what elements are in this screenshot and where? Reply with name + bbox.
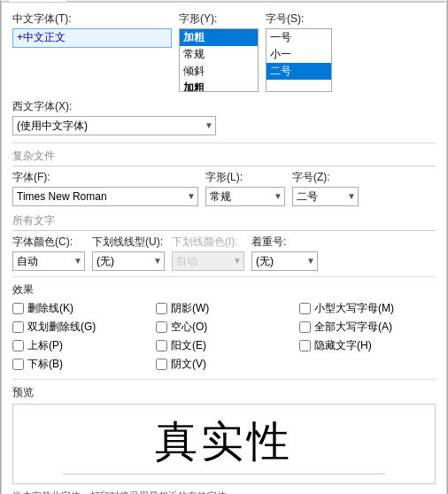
- preview-section: 预览 真实性 尚未安装此字体，打印时将采用最相近的有效字体。: [12, 385, 436, 495]
- en-font-field-group: 西文字体(X): (使用中文字体) ▼: [12, 99, 216, 135]
- complex-style-field-group: 字形(L): 常规 ▼: [205, 170, 285, 206]
- effect-engrave-checkbox[interactable]: [156, 359, 167, 370]
- cn-size-item-1[interactable]: 小一: [266, 46, 331, 63]
- tab-spacing[interactable]: 字符间距(R): [69, 0, 150, 1]
- cn-style-label: 字形(Y):: [179, 12, 259, 27]
- complex-size-select[interactable]: 二号: [292, 187, 359, 206]
- underline-color-field-group: 下划线颜色(I): 自动 ▼: [172, 235, 244, 271]
- cn-font-input[interactable]: [12, 28, 172, 48]
- effect-all-caps-label: 全部大写字母(A): [314, 320, 392, 335]
- effect-outline-label: 空心(O): [171, 320, 207, 335]
- complex-font-field-group: 字体(F): Times New Roman ▼: [12, 170, 198, 206]
- effect-outline-checkbox[interactable]: [156, 321, 167, 333]
- complex-label: 复杂文件: [12, 149, 436, 166]
- effect-strikethrough: 删除线(K): [12, 301, 149, 316]
- effects-grid: 删除线(K) 阴影(W) 小型大写字母(M) 双划删除线(G) 空心(O): [12, 301, 436, 372]
- effect-emboss: 阳文(E): [156, 338, 292, 353]
- effect-shadow: 阴影(W): [156, 301, 292, 316]
- cn-size-item-0[interactable]: 一号: [266, 29, 331, 46]
- divider-2: [12, 276, 436, 277]
- underline-color-label: 下划线颜色(I):: [172, 235, 244, 250]
- effect-all-caps: 全部大写字母(A): [299, 320, 436, 335]
- effect-engrave-label: 阴文(V): [171, 357, 206, 372]
- preview-box: 真实性: [12, 404, 436, 484]
- emphasis-label: 着重号:: [251, 235, 318, 250]
- font-dialog: W 字体 × 字体(N) 字符间距(R) 中文字体(T): 字形(Y): 加粗: [0, 0, 448, 494]
- cn-style-item-2[interactable]: 倾斜: [180, 63, 258, 80]
- tab-font[interactable]: 字体(N): [8, 0, 67, 2]
- effects-section: 效果 删除线(K) 阴影(W) 小型大写字母(M) 双划删除线(G): [12, 282, 436, 372]
- underline-field-group: 下划线线型(U): (无) ▼: [92, 235, 165, 271]
- cn-style-item-1[interactable]: 常规: [180, 46, 258, 63]
- complex-size-label: 字号(Z):: [292, 170, 359, 185]
- cn-size-listbox[interactable]: 一号 小一 二号: [266, 28, 332, 92]
- cn-font-label: 中文字体(T):: [12, 12, 172, 27]
- effect-strikethrough-label: 删除线(K): [27, 301, 73, 316]
- en-font-select[interactable]: (使用中文字体): [12, 116, 216, 135]
- emphasis-field-group: 着重号: (无) ▼: [251, 235, 318, 271]
- preview-note: 尚未安装此字体，打印时将采用最相近的有效字体。: [12, 490, 436, 495]
- cn-style-listbox[interactable]: 加粗 常规 倾斜 加粗: [179, 28, 259, 92]
- effect-superscript-checkbox[interactable]: [12, 340, 24, 351]
- preview-text: 真实性: [63, 413, 386, 475]
- emphasis-select[interactable]: (无): [251, 251, 318, 271]
- effect-small-caps-label: 小型大写字母(M): [314, 301, 394, 316]
- divider-1: [12, 143, 436, 143]
- cn-style-item-3[interactable]: 加粗: [180, 80, 258, 92]
- effect-double-strikethrough-checkbox[interactable]: [12, 321, 24, 333]
- divider-3: [12, 379, 436, 380]
- effect-emboss-label: 阳文(E): [171, 338, 206, 353]
- cn-style-item-0[interactable]: 加粗: [180, 29, 258, 46]
- effect-shadow-label: 阴影(W): [171, 301, 209, 316]
- underline-select[interactable]: (无): [92, 251, 165, 271]
- color-select[interactable]: 自动: [12, 251, 85, 271]
- effect-double-strikethrough-label: 双划删除线(G): [27, 320, 96, 335]
- color-field-group: 字体颜色(C): 自动 ▼: [12, 235, 85, 271]
- color-label: 字体颜色(C):: [12, 235, 85, 250]
- underline-color-select: 自动: [172, 251, 244, 271]
- effect-double-strikethrough: 双划删除线(G): [12, 320, 149, 335]
- effect-strikethrough-checkbox[interactable]: [12, 303, 24, 314]
- en-font-section: 西文字体(X): (使用中文字体) ▼: [12, 99, 436, 135]
- en-font-label: 西文字体(X):: [12, 99, 216, 114]
- effect-hidden-checkbox[interactable]: [299, 340, 311, 351]
- effect-superscript-label: 上标(P): [27, 338, 63, 353]
- cn-size-field-group: 字号(S): 一号 小一 二号: [266, 12, 332, 92]
- cn-font-field-group: 中文字体(T):: [12, 12, 172, 48]
- dialog-content: 中文字体(T): 字形(Y): 加粗 常规 倾斜 加粗 字: [1, 2, 447, 495]
- complex-font-label: 字体(F):: [12, 170, 198, 185]
- cn-size-item-2[interactable]: 二号: [266, 63, 331, 80]
- complex-size-field-group: 字号(Z): 二号 ▼: [292, 170, 359, 206]
- effect-outline: 空心(O): [156, 320, 292, 335]
- cn-font-section: 中文字体(T): 字形(Y): 加粗 常规 倾斜 加粗 字: [12, 12, 436, 92]
- complex-style-select[interactable]: 常规: [205, 187, 285, 206]
- effect-engrave: 阴文(V): [156, 357, 292, 372]
- effect-all-caps-checkbox[interactable]: [299, 321, 311, 333]
- effect-emboss-checkbox[interactable]: [156, 340, 167, 351]
- cn-size-label: 字号(S):: [266, 12, 332, 27]
- effect-subscript-checkbox[interactable]: [12, 359, 24, 370]
- underline-label: 下划线线型(U):: [92, 235, 165, 250]
- effect-superscript: 上标(P): [12, 338, 149, 353]
- effect-subscript-label: 下标(B): [27, 357, 63, 372]
- effect-subscript: 下标(B): [12, 357, 149, 372]
- complex-font-select[interactable]: Times New Roman: [12, 187, 198, 206]
- cn-style-field-group: 字形(Y): 加粗 常规 倾斜 加粗: [179, 12, 259, 92]
- effects-label: 效果: [12, 282, 436, 297]
- preview-label: 预览: [12, 385, 436, 400]
- all-text-label: 所有文字: [12, 213, 436, 231]
- effect-shadow-checkbox[interactable]: [156, 303, 167, 314]
- effect-small-caps: 小型大写字母(M): [299, 301, 436, 316]
- effect-small-caps-checkbox[interactable]: [299, 303, 311, 314]
- complex-section: 复杂文件 字体(F): Times New Roman ▼ 字形(L):: [12, 149, 436, 206]
- effect-hidden-label: 隐藏文字(H): [314, 338, 372, 353]
- effect-hidden: 隐藏文字(H): [299, 338, 436, 353]
- complex-style-label: 字形(L):: [205, 170, 285, 185]
- all-text-section: 所有文字 字体颜色(C): 自动 ▼ 下划线线型(U): (无): [12, 213, 436, 271]
